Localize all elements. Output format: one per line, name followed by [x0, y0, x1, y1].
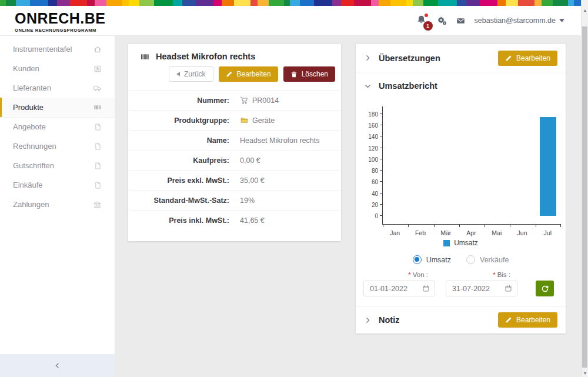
rainbow-segment	[341, 0, 354, 6]
sidebar-item-produkte[interactable]: Produkte	[0, 98, 115, 117]
bis-date-input[interactable]: 31-07-2022	[446, 281, 517, 296]
radio-unselected-icon	[466, 255, 475, 264]
caret-down-icon	[559, 19, 564, 22]
sidebar-item-zahlungen[interactable]: Zahlungen	[0, 195, 115, 214]
detail-value-text: 41,65 €	[240, 216, 265, 225]
sidebar-item-kunden[interactable]: Kunden	[0, 59, 115, 78]
cart-icon	[240, 96, 249, 105]
folder-icon	[240, 116, 249, 124]
pencil-icon	[505, 55, 512, 62]
sidebar-item-label: Kunden	[13, 64, 39, 73]
edit-note-button[interactable]: Bearbeiten	[498, 312, 557, 328]
edit-product-button[interactable]: Bearbeiten	[219, 66, 278, 82]
y-axis-tick	[380, 159, 383, 159]
sidebar-collapse-button[interactable]	[0, 354, 115, 377]
sidebar-item-label: Produkte	[13, 103, 44, 112]
scrollbar-thumb[interactable]	[582, 26, 587, 368]
umsatzbericht-section-header[interactable]: Umsatzbericht	[356, 72, 566, 99]
rainbow-strip	[0, 0, 581, 6]
settings-gears-icon[interactable]	[437, 16, 447, 25]
side-panels-card: Übersetzungen Bearbeiten Umsatzbericht 0…	[356, 44, 566, 333]
required-asterisk: *	[493, 271, 495, 278]
product-detail-row: Preis exkl. MwSt.:35,00 €	[128, 170, 341, 190]
y-axis-tick	[380, 125, 383, 125]
back-button[interactable]: Zurück	[169, 66, 213, 82]
sidebar-item-rechnungen[interactable]: Rechnungen	[0, 136, 115, 156]
product-title: Headset Mikrofon rechts	[156, 52, 255, 61]
notifications-button[interactable]: 1	[416, 15, 428, 26]
radio-verkufe[interactable]: Verkäufe	[466, 255, 509, 264]
product-detail-row: Produktgruppe:Geräte	[128, 110, 341, 130]
x-axis-tick	[485, 224, 485, 227]
notiz-section-header[interactable]: Notiz Bearbeiten	[356, 306, 566, 333]
y-axis-tick-label: 40	[372, 190, 378, 196]
product-detail-row: Kaufpreis:0,00 €	[128, 150, 341, 170]
edit-note-label: Bearbeiten	[516, 316, 550, 324]
detail-label: Preis exkl. MwSt.:	[128, 176, 229, 185]
home-icon	[93, 45, 102, 54]
messages-envelope-icon[interactable]	[456, 16, 466, 25]
sidebar-item-lieferanten[interactable]: Lieferanten	[0, 78, 115, 98]
y-axis-tick-label: 80	[372, 168, 378, 174]
uebersetzungen-title: Übersetzungen	[379, 54, 440, 63]
user-email: sebastian@starcomm.de	[475, 16, 556, 25]
detail-label: Produktgruppe:	[128, 116, 229, 125]
x-axis-tick	[408, 224, 409, 227]
truck-icon	[93, 84, 102, 92]
x-axis-label: Mai	[484, 229, 509, 236]
rainbow-segment	[0, 0, 6, 6]
chart-legend: Umsatz	[356, 239, 566, 247]
rainbow-segment	[534, 0, 542, 6]
sidebar-item-instrumententafel[interactable]: Instrumententafel	[0, 39, 115, 59]
product-detail-row: Preis inkl. MwSt.:41,65 €	[128, 210, 341, 230]
sidebar-item-label: Einkäufe	[13, 181, 43, 189]
rainbow-segment	[332, 0, 341, 6]
detail-value: 41,65 €	[229, 216, 265, 225]
calendar-icon[interactable]	[422, 285, 430, 292]
pencil-icon	[226, 71, 233, 78]
rainbow-segment	[290, 0, 300, 6]
top-header: ONRECH.BE ONLINE RECHNUNGSPROGRAMM 1 seb…	[0, 6, 581, 36]
delete-button-label: Löschen	[302, 70, 328, 78]
y-axis-tick	[380, 181, 383, 182]
y-axis-tick	[380, 193, 383, 193]
product-detail-row: Name:Headset Mikrofon rechts	[128, 130, 341, 150]
scroll-up-arrow[interactable]: ▲	[582, 6, 588, 14]
account-menu[interactable]: sebastian@starcomm.de	[475, 16, 564, 25]
von-date-input[interactable]: 01-01-2022	[363, 281, 435, 296]
rainbow-segment	[423, 0, 438, 6]
bar-jul	[540, 117, 556, 216]
scroll-down-arrow[interactable]: ▼	[582, 369, 588, 377]
legend-swatch	[443, 240, 450, 246]
sidebar-item-angebote[interactable]: Angebote	[0, 117, 115, 136]
rainbow-segment	[314, 0, 332, 6]
y-axis-tick-label: 140	[368, 134, 378, 140]
detail-label: Nummer:	[128, 96, 229, 105]
rainbow-segment	[57, 0, 70, 6]
rainbow-segment	[95, 0, 106, 6]
detail-value: Headset Mikrofon rechts	[229, 136, 319, 145]
rainbow-segment	[457, 0, 466, 6]
calendar-icon[interactable]	[505, 285, 512, 292]
pencil-icon	[505, 316, 512, 323]
von-label: *Von :	[363, 271, 435, 278]
rainbow-segment	[518, 0, 534, 6]
x-axis-label: Jun	[509, 229, 534, 236]
product-detail-table: Nummer:PR0014Produktgruppe:GeräteName:He…	[128, 90, 341, 230]
delete-product-button[interactable]: Löschen	[283, 66, 335, 82]
radio-umsatz[interactable]: Umsatz	[413, 255, 451, 264]
refresh-report-button[interactable]	[536, 281, 554, 296]
sidebar-item-gutschriften[interactable]: Gutschriften	[0, 156, 115, 175]
sidebar-item-einkufe[interactable]: Einkäufe	[0, 175, 115, 195]
edit-translations-button[interactable]: Bearbeiten	[498, 51, 557, 66]
vertical-scrollbar[interactable]: ▲ ▼	[581, 0, 588, 377]
rainbow-segment	[48, 0, 57, 6]
rainbow-segment	[480, 0, 497, 6]
uebersetzungen-section-header[interactable]: Übersetzungen Bearbeiten	[356, 44, 566, 72]
radio-label: Verkäufe	[480, 256, 509, 264]
y-axis-tick-label: 180	[368, 111, 378, 118]
rainbow-segment	[154, 0, 173, 6]
x-axis-label: Jul	[535, 229, 560, 236]
report-date-range: *Von : 01-01-2022 *Bis : 31-07-2022	[356, 264, 566, 298]
detail-value-text: Geräte	[252, 116, 275, 125]
